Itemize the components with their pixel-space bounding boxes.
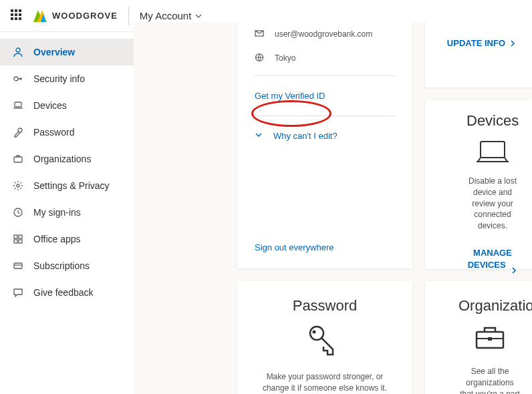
chevron-right-icon <box>509 40 516 47</box>
sidebar-item-label: Organizations <box>33 154 91 164</box>
svg-point-19 <box>313 331 316 334</box>
manage-devices-link[interactable]: MANAGE DEVICES <box>467 248 519 274</box>
organizations-card-subtitle: See all the organizations that you're a … <box>458 366 521 394</box>
sidebar-item-my-signins[interactable]: My sign-ins <box>0 199 134 226</box>
profile-card: user@woodgrovebank.com Tokyo Get my Veri… <box>237 22 412 268</box>
devices-card-subtitle: Disable a lost device and review your co… <box>467 176 519 232</box>
comment-icon <box>12 286 24 299</box>
password-card-subtitle: Make your password stronger, or change i… <box>253 371 396 394</box>
organizations-card-title: Organizations <box>458 297 521 315</box>
svg-rect-10 <box>14 235 17 238</box>
laptop-icon <box>12 100 24 112</box>
sidebar-item-subscriptions[interactable]: Subscriptions <box>0 252 134 279</box>
briefcase-icon <box>12 153 24 165</box>
svg-point-4 <box>14 77 18 81</box>
update-info-link[interactable]: UPDATE INFO <box>447 38 516 48</box>
sidebar-item-label: Overview <box>33 47 75 57</box>
update-info-card: UPDATE INFO <box>425 22 532 87</box>
svg-rect-17 <box>481 142 505 158</box>
chevron-down-icon <box>255 131 267 141</box>
briefcase-large-icon <box>473 323 507 352</box>
sidebar-item-label: Give feedback <box>33 287 94 298</box>
app-launcher-icon[interactable] <box>11 9 24 23</box>
svg-rect-12 <box>14 240 17 243</box>
sidebar-item-label: Security info <box>33 73 85 84</box>
password-card-title: Password <box>253 297 396 315</box>
devices-card: Devices Disable a lost device and review… <box>425 100 532 269</box>
svg-rect-14 <box>14 263 22 268</box>
gear-icon <box>12 180 24 192</box>
svg-rect-13 <box>19 240 22 243</box>
svg-rect-21 <box>488 337 492 341</box>
globe-icon <box>255 53 267 64</box>
brand-text: WOODGROVE <box>52 11 118 21</box>
sidebar-item-settings-privacy[interactable]: Settings & Privacy <box>0 172 134 199</box>
sidebar-item-label: Subscriptions <box>33 260 90 271</box>
person-icon <box>12 46 24 58</box>
card-icon <box>12 260 24 272</box>
chevron-down-icon <box>195 13 202 19</box>
page-switch[interactable]: My Account <box>140 10 203 21</box>
sidebar-item-overview[interactable]: Overview <box>0 39 134 65</box>
svg-point-3 <box>16 48 20 52</box>
profile-email: user@woodgrovebank.com <box>275 29 372 39</box>
sidebar-item-devices[interactable]: Devices <box>0 92 134 119</box>
profile-location-row: Tokyo <box>255 46 395 70</box>
profile-email-row: user@woodgrovebank.com <box>255 22 395 46</box>
sidebar-item-label: My sign-ins <box>33 207 81 218</box>
sidebar-item-label: Devices <box>33 100 67 111</box>
brand[interactable]: WOODGROVE <box>33 7 129 25</box>
sidebar-item-label: Password <box>33 127 74 138</box>
devices-card-title: Devices <box>467 112 519 130</box>
mail-icon <box>255 29 267 40</box>
profile-location: Tokyo <box>275 53 295 63</box>
sidebar-item-security-info[interactable]: Security info <box>0 65 134 92</box>
key2-icon <box>12 126 24 138</box>
why-cant-i-edit-link[interactable]: Why can't I edit? <box>255 122 395 150</box>
sidebar-item-organizations[interactable]: Organizations <box>0 146 134 172</box>
sign-out-everywhere-link[interactable]: Sign out everywhere <box>255 242 334 252</box>
key-icon <box>12 73 24 85</box>
sidebar-item-label: Office apps <box>33 234 81 244</box>
sidebar: Overview Security info Devices Password … <box>0 32 134 394</box>
svg-point-8 <box>17 184 19 187</box>
svg-rect-11 <box>19 235 22 238</box>
sidebar-item-password[interactable]: Password <box>0 119 134 146</box>
sidebar-item-give-feedback[interactable]: Give feedback <box>0 279 134 306</box>
page-switch-label: My Account <box>140 10 192 21</box>
sidebar-item-label: Settings & Privacy <box>33 180 110 191</box>
get-verified-id-link[interactable]: Get my Verified ID <box>255 81 395 110</box>
organizations-card: Organizations See all the organizations … <box>425 281 532 394</box>
sidebar-item-office-apps[interactable]: Office apps <box>0 226 134 252</box>
svg-rect-7 <box>14 157 22 162</box>
brand-logo-icon <box>33 10 48 22</box>
apps-icon <box>12 233 24 245</box>
password-card: Password Make your password stronger, or… <box>237 281 412 394</box>
laptop-large-icon <box>475 139 510 166</box>
main-content: user@woodgrovebank.com Tokyo Get my Veri… <box>134 22 532 394</box>
key-large-icon <box>306 323 344 357</box>
chevron-right-icon <box>511 267 517 274</box>
svg-rect-5 <box>15 102 21 107</box>
clock-icon <box>12 206 24 218</box>
